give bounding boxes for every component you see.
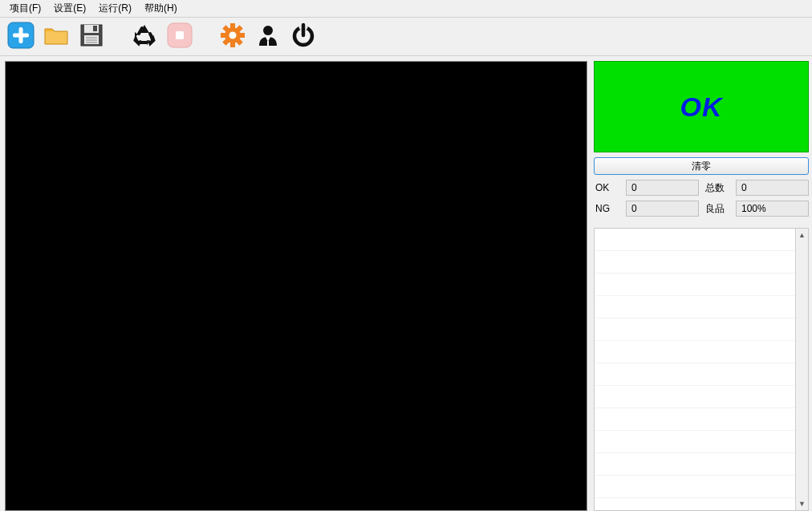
ok-label: OK bbox=[594, 182, 621, 193]
scroll-down-icon[interactable]: ▼ bbox=[796, 497, 808, 510]
plus-icon bbox=[7, 22, 35, 51]
clear-button[interactable]: 清零 bbox=[594, 157, 809, 175]
svg-rect-3 bbox=[13, 34, 29, 38]
log-panel: ▲ ▼ bbox=[594, 228, 809, 511]
menu-settings[interactable]: 设置(E) bbox=[47, 0, 92, 17]
list-item bbox=[595, 476, 795, 498]
recycle-button[interactable] bbox=[128, 21, 160, 53]
user-icon bbox=[254, 22, 282, 51]
image-viewer[interactable] bbox=[5, 61, 587, 511]
list-item bbox=[595, 363, 795, 386]
svg-rect-29 bbox=[267, 41, 269, 46]
svg-point-28 bbox=[263, 26, 273, 35]
stats-grid: OK 0 总数 0 NG 0 良品 100% bbox=[594, 180, 809, 217]
floppy-icon bbox=[78, 22, 105, 51]
menu-project[interactable]: 项目(F) bbox=[3, 0, 47, 17]
ok-value: 0 bbox=[626, 180, 699, 196]
ng-label: NG bbox=[594, 203, 621, 214]
open-button[interactable] bbox=[40, 21, 72, 53]
list-item bbox=[595, 386, 795, 408]
svg-rect-17 bbox=[176, 31, 184, 39]
total-label: 总数 bbox=[704, 181, 731, 195]
yield-label: 良品 bbox=[704, 202, 731, 216]
power-icon bbox=[290, 22, 317, 51]
list-item bbox=[595, 431, 795, 453]
list-item bbox=[595, 453, 795, 476]
gear-icon bbox=[219, 22, 246, 51]
toolbar bbox=[0, 18, 812, 56]
yield-value: 100% bbox=[736, 201, 809, 217]
scrollbar[interactable]: ▲ ▼ bbox=[795, 229, 808, 510]
new-button[interactable] bbox=[5, 21, 37, 53]
svg-point-27 bbox=[229, 32, 237, 39]
ng-value: 0 bbox=[626, 201, 699, 217]
recycle-icon bbox=[131, 22, 158, 51]
svg-marker-14 bbox=[144, 40, 148, 45]
status-text: OK bbox=[680, 91, 723, 123]
stop-button[interactable] bbox=[164, 21, 196, 53]
folder-icon bbox=[43, 22, 70, 51]
side-panel: OK 清零 OK 0 总数 0 NG 0 良品 100% bbox=[594, 61, 809, 511]
list-item bbox=[595, 229, 795, 251]
list-item bbox=[595, 296, 795, 318]
clear-button-label: 清零 bbox=[692, 160, 711, 173]
status-indicator: OK bbox=[594, 61, 809, 152]
list-item bbox=[595, 251, 795, 274]
list-item bbox=[595, 341, 795, 363]
stop-icon bbox=[166, 22, 193, 51]
power-button[interactable] bbox=[287, 21, 319, 53]
user-button[interactable] bbox=[252, 21, 284, 53]
save-button[interactable] bbox=[75, 21, 108, 53]
list-item bbox=[595, 408, 795, 431]
scroll-up-icon[interactable]: ▲ bbox=[796, 229, 808, 241]
menubar: 项目(F) 设置(E) 运行(R) 帮助(H) bbox=[0, 0, 812, 18]
content-area: OK 清零 OK 0 总数 0 NG 0 良品 100% bbox=[0, 56, 812, 511]
total-value: 0 bbox=[736, 180, 809, 196]
menu-help[interactable]: 帮助(H) bbox=[138, 0, 184, 17]
list-item bbox=[595, 318, 795, 341]
log-lines bbox=[595, 229, 795, 510]
settings-button[interactable] bbox=[217, 21, 249, 53]
menu-run[interactable]: 运行(R) bbox=[92, 0, 138, 17]
svg-rect-7 bbox=[93, 26, 97, 31]
list-item bbox=[595, 274, 795, 296]
